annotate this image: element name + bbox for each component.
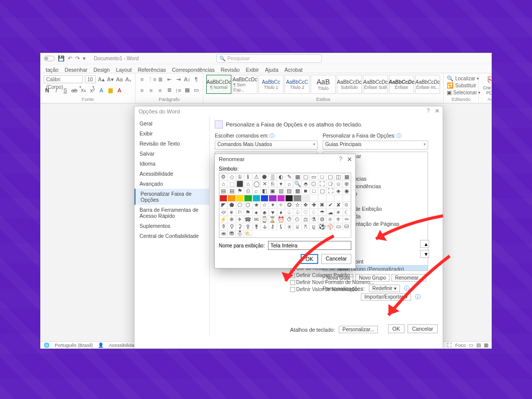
symbol-cell[interactable]: ♧ xyxy=(293,209,301,216)
list-item[interactable]: Definir Colagem Padrão... xyxy=(290,272,385,279)
symbol-cell[interactable] xyxy=(219,195,227,202)
symbol-cell[interactable] xyxy=(310,195,318,202)
symbol-cell[interactable]: ⚖ xyxy=(302,216,310,223)
symbol-cell[interactable]: ♥ xyxy=(269,209,277,216)
symbol-cell[interactable]: ✧ xyxy=(277,202,285,209)
symbol-cell[interactable]: ⚻ xyxy=(302,223,310,230)
symbol-cell[interactable]: ▥ xyxy=(277,187,285,194)
symbol-cell[interactable]: ♤ xyxy=(285,209,293,216)
symbol-cell[interactable]: ⊕ xyxy=(343,180,351,187)
info-icon[interactable]: ⓘ xyxy=(404,285,410,292)
symbol-cell[interactable]: ⛃ xyxy=(227,230,235,237)
symbol-cell[interactable]: ▾ xyxy=(277,180,285,187)
symbol-cell[interactable]: ❄ xyxy=(227,216,235,223)
symbol-cell[interactable]: ◯ xyxy=(252,180,260,187)
symbol-cell[interactable]: ⬚ xyxy=(227,180,235,187)
symbol-cell[interactable]: ⬡ xyxy=(310,180,318,187)
help-icon[interactable]: ? xyxy=(339,156,342,163)
symbol-cell[interactable]: ▣ xyxy=(269,187,277,194)
symbol-cell[interactable]: ⚽ xyxy=(318,223,326,230)
symbol-cell[interactable]: ▤ xyxy=(219,187,227,194)
symbol-cell[interactable]: ⬘ xyxy=(302,180,310,187)
symbol-cell[interactable]: ⌕ xyxy=(285,180,293,187)
symbol-cell[interactable]: ⛭ xyxy=(343,202,351,209)
style-box[interactable]: AaBbCcTítulo 1 xyxy=(258,75,284,94)
symbol-cell[interactable]: ⚾ xyxy=(326,223,334,230)
shrink-font-icon[interactable]: A▾ xyxy=(107,76,114,83)
style-box[interactable]: AaBTítulo xyxy=(311,75,336,94)
align-right-icon[interactable]: ≡ xyxy=(157,87,164,93)
sort-icon[interactable]: A↕ xyxy=(184,76,191,82)
symbol-cell[interactable]: ☀ xyxy=(334,209,342,216)
symbol-cell[interactable]: ⬠ xyxy=(236,202,244,209)
close-icon[interactable]: ✕ xyxy=(435,107,440,114)
view-read-icon[interactable]: ▭ xyxy=(469,342,473,348)
clear-format-icon[interactable]: Aₓ xyxy=(125,76,132,83)
view-print-icon[interactable]: ▤ xyxy=(476,342,481,348)
symbol-cell[interactable]: ◇ xyxy=(227,173,235,180)
style-box[interactable]: AaBbCcDcÊnfase Sutil xyxy=(363,75,388,94)
style-box[interactable]: AaBbCcCTítulo 2 xyxy=(285,75,310,94)
symbol-cell[interactable]: ⛅ xyxy=(244,230,252,237)
symbol-cell[interactable]: ⚴ xyxy=(244,223,252,230)
symbol-cell[interactable]: ✚ xyxy=(310,202,318,209)
symbol-cell[interactable]: ◧ xyxy=(260,187,269,194)
list-item[interactable]: Definir Novo Formato de Número... xyxy=(290,279,385,286)
tab[interactable]: Design xyxy=(93,67,110,73)
undo-icon[interactable]: ↶ xyxy=(68,55,72,62)
symbol-cell[interactable]: ▭ xyxy=(310,173,318,180)
info-icon[interactable]: ⓘ xyxy=(270,133,275,139)
symbol-cell[interactable]: ⚐ xyxy=(236,209,244,216)
symbol-cell[interactable]: ▩ xyxy=(293,187,301,194)
tab[interactable]: Correspondências xyxy=(172,67,214,73)
symbol-cell[interactable] xyxy=(236,195,244,202)
info-icon[interactable]: ⓘ xyxy=(396,133,402,139)
tab[interactable]: Exibir xyxy=(246,67,259,73)
symbol-cell[interactable]: ☆ xyxy=(260,202,269,209)
tab[interactable]: Revisão xyxy=(221,67,240,73)
options-category[interactable]: Barra de Ferramentas de Acesso Rápido xyxy=(135,205,209,221)
symbol-cell[interactable]: ▢ xyxy=(326,173,334,180)
symbol-cell[interactable]: ⏲ xyxy=(293,216,301,223)
symbol-cell[interactable]: ✉ xyxy=(252,216,260,223)
symbol-cell[interactable]: ⛄ xyxy=(236,230,244,237)
tab[interactable]: Desenhar xyxy=(65,67,88,73)
symbol-cell[interactable]: ★ xyxy=(252,202,260,209)
find-icon[interactable]: 🔍 xyxy=(447,75,454,82)
tab[interactable]: Ajuda xyxy=(265,67,279,73)
shading-icon[interactable]: ▦ xyxy=(184,87,191,93)
symbol-cell[interactable]: ♢ xyxy=(310,209,318,216)
symbol-cell[interactable]: ♡ xyxy=(302,209,310,216)
accessibility-icon[interactable]: 👤 xyxy=(98,342,104,348)
focus-icon[interactable]: ⛶ xyxy=(447,342,452,348)
symbol-cell[interactable]: ⚹ xyxy=(285,223,293,230)
symbol-cell[interactable]: ⚜ xyxy=(334,216,342,223)
symbol-cell[interactable]: ▦ xyxy=(343,173,351,180)
symbol-cell[interactable] xyxy=(334,195,342,202)
info-icon[interactable]: ⓘ xyxy=(415,293,421,301)
options-cancel-button[interactable]: Cancelar xyxy=(408,324,438,333)
symbol-cell[interactable]: ✕ xyxy=(260,180,269,187)
symbol-cell[interactable]: ✪ xyxy=(285,202,293,209)
grow-font-icon[interactable]: A▴ xyxy=(98,76,105,83)
symbol-cell[interactable]: ⎙ xyxy=(244,187,252,194)
symbol-cell[interactable]: ◤ xyxy=(219,202,227,209)
symbol-cell[interactable] xyxy=(269,195,277,202)
show-marks-icon[interactable]: ¶ xyxy=(193,76,200,82)
move-up-button[interactable]: ▲ xyxy=(420,240,429,248)
symbol-cell[interactable]: ▦ xyxy=(293,173,301,180)
symbol-cell[interactable]: ⏰ xyxy=(277,216,285,223)
symbol-cell[interactable]: ⛯ xyxy=(227,209,235,216)
symbol-cell[interactable]: ⚵ xyxy=(252,223,260,230)
import-export-button[interactable]: Importar/Exportar ▾ xyxy=(361,293,411,301)
help-icon[interactable]: ? xyxy=(427,107,430,113)
symbol-cell[interactable]: ⬡ xyxy=(244,202,252,209)
symbol-cell[interactable]: ⚗ xyxy=(310,216,318,223)
redo-icon[interactable]: ↷ xyxy=(75,55,80,62)
symbol-cell[interactable]: ⚑ xyxy=(236,187,244,194)
search-box[interactable]: 🔍 Pesquisar xyxy=(216,54,322,63)
symbol-cell[interactable]: ✈ xyxy=(236,216,244,223)
symbol-cell[interactable] xyxy=(293,195,301,202)
kb-customize-button[interactable]: Personalizar... xyxy=(339,326,377,333)
align-left-icon[interactable]: ≡ xyxy=(139,87,146,93)
